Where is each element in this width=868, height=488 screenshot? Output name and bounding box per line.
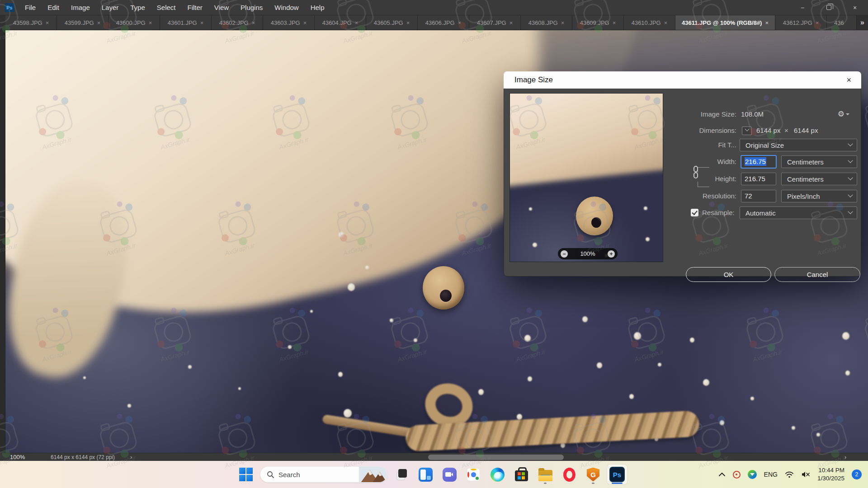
tab-close-icon[interactable]: ×: [46, 19, 49, 26]
fit-to-select[interactable]: Original Size: [740, 139, 857, 151]
wifi-button[interactable]: [785, 471, 794, 478]
tab-43610[interactable]: 43610.JPG×: [624, 15, 675, 30]
resample-checkbox[interactable]: [691, 209, 698, 216]
g-shield-app-button[interactable]: G: [583, 465, 603, 484]
scroll-right-icon[interactable]: ›: [844, 453, 846, 461]
height-unit-select[interactable]: Centimeters: [781, 173, 857, 185]
horizontal-scrollbar-thumb[interactable]: [428, 455, 564, 460]
chevron-down-icon: [848, 158, 853, 163]
tab-truncated[interactable]: 436: [827, 15, 857, 30]
resample-select[interactable]: Automatic: [740, 206, 857, 219]
tab-close-icon[interactable]: ×: [200, 19, 204, 26]
status-zoom-field[interactable]: 100%: [10, 453, 25, 461]
tab-label: 43612.JPG: [783, 19, 812, 26]
menu-filter[interactable]: Filter: [182, 0, 208, 15]
microsoft-store-button[interactable]: [511, 465, 531, 484]
gear-icon[interactable]: ⚙: [838, 108, 849, 121]
menu-plugins[interactable]: Plugins: [235, 0, 269, 15]
tab-43602[interactable]: 43602.JPG×: [212, 15, 263, 30]
height-input[interactable]: 216.75: [741, 173, 776, 185]
tab-close-icon[interactable]: ×: [765, 19, 769, 26]
ok-button[interactable]: OK: [686, 267, 771, 282]
dialog-close-icon[interactable]: ×: [846, 76, 851, 84]
width-input[interactable]: 216.75: [741, 155, 776, 168]
tab-overflow-button[interactable]: »: [857, 15, 868, 30]
tab-43598[interactable]: 43598.JPG×: [5, 15, 57, 30]
menu-image[interactable]: Image: [65, 0, 96, 15]
cancel-button[interactable]: Cancel: [774, 267, 860, 282]
close-button[interactable]: ×: [842, 0, 868, 15]
file-explorer-button[interactable]: [535, 465, 555, 484]
chat-app-button[interactable]: [439, 465, 459, 484]
search-box[interactable]: [260, 466, 387, 483]
menu-window[interactable]: Window: [269, 0, 304, 15]
edge-browser-button[interactable]: [487, 465, 507, 484]
chevron-down-icon: [848, 209, 853, 214]
tab-close-icon[interactable]: ×: [355, 19, 359, 26]
search-input[interactable]: [278, 471, 346, 479]
tab-43600[interactable]: 43600.JPG×: [108, 15, 160, 30]
tab-close-icon[interactable]: ×: [149, 19, 152, 26]
tab-43608[interactable]: 43608.JPG×: [521, 15, 572, 30]
running-indicator: [544, 483, 547, 484]
tab-close-icon[interactable]: ×: [252, 19, 255, 26]
tab-43612[interactable]: 43612.JPG×: [775, 15, 827, 30]
volume-button[interactable]: [801, 471, 810, 478]
menu-file[interactable]: File: [19, 0, 42, 15]
resolution-unit-select[interactable]: Pixels/Inch: [781, 190, 857, 202]
status-chevron-icon[interactable]: ›: [130, 453, 132, 461]
zoom-in-button[interactable]: +: [608, 250, 615, 258]
resolution-input[interactable]: 72: [741, 190, 776, 202]
tab-close-icon[interactable]: ×: [97, 19, 101, 26]
tab-43601[interactable]: 43601.JPG×: [160, 15, 212, 30]
tab-43607[interactable]: 43607.JPG×: [469, 15, 521, 30]
menu-edit[interactable]: Edit: [42, 0, 65, 15]
tab-close-icon[interactable]: ×: [664, 19, 668, 26]
lens-app-button[interactable]: [463, 465, 483, 484]
tab-43603[interactable]: 43603.JPG×: [263, 15, 315, 30]
search-highlight-image: [359, 466, 387, 483]
tab-close-icon[interactable]: ×: [458, 19, 462, 26]
dialog-title-bar[interactable]: Image Size ×: [504, 71, 861, 89]
tab-43604[interactable]: 43604.JPG×: [315, 15, 366, 30]
tab-close-icon[interactable]: ×: [613, 19, 616, 26]
task-view-button[interactable]: [392, 465, 411, 484]
minimize-button[interactable]: −: [789, 0, 816, 15]
tab-43599[interactable]: 43599.JPG×: [57, 15, 108, 30]
polka-dot: [348, 283, 355, 291]
restore-icon: [826, 5, 831, 10]
tab-close-icon[interactable]: ×: [509, 19, 513, 26]
download-manager-button[interactable]: [748, 470, 757, 479]
notification-badge[interactable]: 2: [852, 469, 862, 479]
width-unit-select[interactable]: Centimeters: [781, 155, 857, 168]
opera-browser-button[interactable]: [559, 465, 579, 484]
tab-43611-active[interactable]: 43611.JPG @ 100% (RGB/8#)×: [675, 15, 775, 30]
tab-43606[interactable]: 43606.JPG×: [418, 15, 469, 30]
tray-target-button[interactable]: [733, 471, 741, 479]
menu-select[interactable]: Select: [151, 0, 182, 15]
maximize-button[interactable]: [816, 0, 842, 15]
hidden-icons-button[interactable]: [718, 472, 726, 477]
language-indicator[interactable]: ENG: [764, 471, 778, 478]
zoom-out-button[interactable]: −: [561, 250, 568, 258]
tab-close-icon[interactable]: ×: [303, 19, 307, 26]
dimensions-dropdown[interactable]: [742, 127, 752, 135]
resolution-unit-value: Pixels/Inch: [787, 192, 820, 200]
photoshop-app-icon: Ps: [609, 467, 625, 482]
tab-43609[interactable]: 43609.JPG×: [572, 15, 624, 30]
menu-view[interactable]: View: [208, 0, 235, 15]
menu-layer[interactable]: Layer: [96, 0, 125, 15]
tab-43605[interactable]: 43605.JPG×: [366, 15, 418, 30]
clock[interactable]: 10:44 PM 1/30/2025: [817, 466, 844, 482]
tab-close-icon[interactable]: ×: [406, 19, 410, 26]
panels-app-button[interactable]: [415, 465, 435, 484]
menu-help[interactable]: Help: [305, 0, 330, 15]
menu-type[interactable]: Type: [124, 0, 151, 15]
tab-close-icon[interactable]: ×: [561, 19, 565, 26]
image-size-value: 108.0M: [741, 108, 764, 121]
fit-to-value: Original Size: [745, 141, 784, 149]
file-explorer-icon: [538, 470, 552, 481]
tab-close-icon[interactable]: ×: [816, 19, 819, 26]
start-button[interactable]: [236, 465, 256, 484]
photoshop-taskbar-button[interactable]: Ps: [607, 465, 627, 484]
